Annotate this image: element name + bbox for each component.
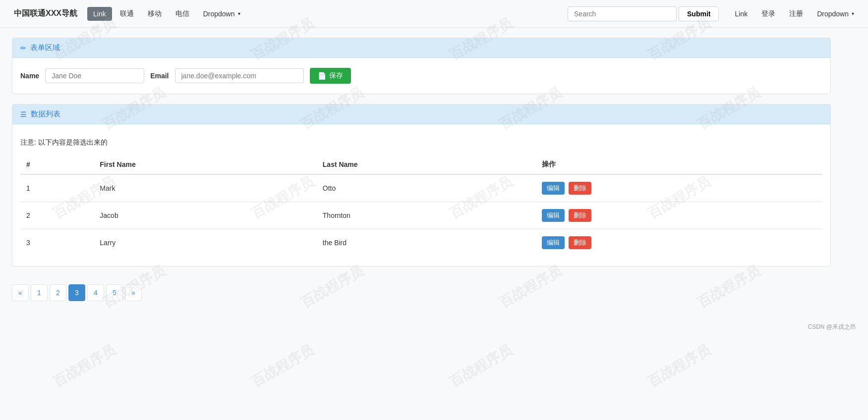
cell-id: 3 (20, 229, 94, 257)
table-head: # First Name Last Name 操作 (20, 155, 822, 174)
cell-id: 2 (20, 202, 94, 229)
save-icon: 📄 (318, 72, 326, 80)
footer: CSDN @禾戌之昂 (0, 319, 868, 335)
cell-actions: 编辑 删除 (536, 174, 822, 202)
list-icon: ☰ (20, 110, 27, 118)
nav-link-yidong[interactable]: 移动 (142, 6, 168, 21)
nav-dropdown-1[interactable]: Dropdown ▾ (197, 7, 246, 21)
form-panel-title: 表单区域 (30, 43, 60, 52)
pagination-page-5[interactable]: 5 (106, 284, 123, 301)
nav-right-link[interactable]: Link (729, 7, 753, 21)
notice-text: 注意: 以下内容是筛选出来的 (20, 134, 822, 155)
nav-link-link[interactable]: Link (87, 7, 112, 21)
cell-firstname: Mark (94, 174, 316, 202)
table-row: 3 Larry the Bird 编辑 删除 (20, 229, 822, 257)
pagination-prev[interactable]: « (12, 284, 29, 301)
navbar: 中国联通XXX导航 Link 联通 移动 电信 Dropdown ▾ Submi… (0, 0, 868, 28)
search-input[interactable] (568, 6, 677, 21)
pagination-page-2[interactable]: 2 (50, 284, 66, 301)
cell-id: 1 (20, 174, 94, 202)
form-panel: ✏ 表单区域 Name Email 📄 保存 (12, 38, 831, 94)
edit-button[interactable]: 编辑 (542, 236, 565, 249)
cell-lastname: the Bird (317, 229, 536, 257)
pagination-next[interactable]: » (125, 284, 142, 301)
col-lastname: Last Name (317, 155, 536, 174)
cell-firstname: Larry (94, 229, 316, 257)
nav-right-login[interactable]: 登录 (755, 6, 781, 21)
pagination-page-4[interactable]: 4 (87, 284, 104, 301)
email-input[interactable] (175, 68, 304, 83)
save-button[interactable]: 📄 保存 (310, 68, 351, 84)
search-form: Submit (568, 6, 719, 21)
delete-button[interactable]: 删除 (569, 209, 591, 222)
nav-link-dianxin[interactable]: 电信 (170, 6, 195, 21)
col-firstname: First Name (94, 155, 316, 174)
table-panel-header: ☰ 数据列表 (12, 105, 830, 124)
nav-link-liantong[interactable]: 联通 (114, 6, 140, 21)
data-table: # First Name Last Name 操作 1 Mark Otto 编辑… (20, 155, 822, 256)
col-actions: 操作 (536, 155, 822, 174)
cell-lastname: Otto (317, 174, 536, 202)
table-panel-body: 注意: 以下内容是筛选出来的 # First Name Last Name 操作… (12, 124, 830, 266)
nav-dropdown-2[interactable]: Dropdown ▾ (811, 7, 860, 21)
name-input[interactable] (45, 68, 144, 83)
edit-button[interactable]: 编辑 (542, 182, 565, 195)
pencil-icon: ✏ (20, 44, 26, 52)
edit-button[interactable]: 编辑 (542, 209, 565, 222)
delete-button[interactable]: 删除 (569, 182, 591, 195)
col-id: # (20, 155, 94, 174)
cell-firstname: Jacob (94, 202, 316, 229)
email-label: Email (150, 72, 169, 80)
navbar-brand: 中国联通XXX导航 (8, 8, 83, 19)
table-row: 2 Jacob Thornton 编辑 删除 (20, 202, 822, 229)
nav-right-register[interactable]: 注册 (783, 6, 809, 21)
form-panel-header: ✏ 表单区域 (12, 38, 830, 58)
name-label: Name (20, 72, 39, 80)
pagination-page-3[interactable]: 3 (68, 284, 85, 301)
table-row: 1 Mark Otto 编辑 删除 (20, 174, 822, 202)
form-row: Name Email 📄 保存 (20, 68, 822, 84)
cell-actions: 编辑 删除 (536, 229, 822, 257)
table-panel-title: 数据列表 (31, 109, 60, 119)
pagination: « 1 2 3 4 5 » (12, 276, 831, 309)
form-panel-body: Name Email 📄 保存 (12, 58, 830, 94)
navbar-right: Link 登录 注册 Dropdown ▾ (729, 6, 860, 21)
table-panel: ☰ 数据列表 注意: 以下内容是筛选出来的 # First Name Last … (12, 104, 831, 266)
pagination-page-1[interactable]: 1 (31, 284, 48, 301)
footer-text: CSDN @禾戌之昂 (808, 323, 856, 330)
chevron-down-icon: ▾ (238, 11, 240, 16)
delete-button[interactable]: 删除 (569, 236, 591, 249)
chevron-down-icon-2: ▾ (852, 11, 854, 16)
table-header-row: # First Name Last Name 操作 (20, 155, 822, 174)
submit-button[interactable]: Submit (679, 6, 719, 21)
main-content: ✏ 表单区域 Name Email 📄 保存 ☰ 数据列表 注意: 以下内容是筛… (0, 28, 843, 319)
cell-lastname: Thornton (317, 202, 536, 229)
cell-actions: 编辑 删除 (536, 202, 822, 229)
table-body: 1 Mark Otto 编辑 删除 2 Jacob Thornton 编辑 删除… (20, 174, 822, 256)
